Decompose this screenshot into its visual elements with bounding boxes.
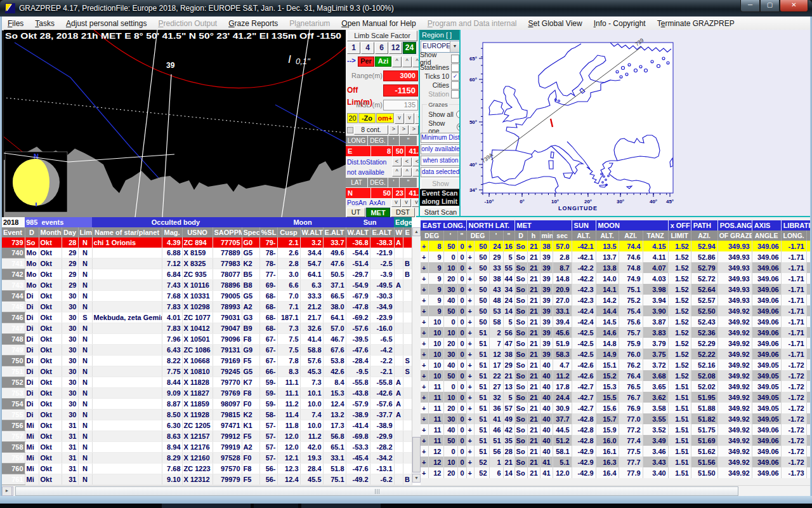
lat-deg-field[interactable]: 50 (371, 188, 392, 198)
table-row[interactable]: +10500+512221So214011.2-42.615.276.43.68… (421, 370, 810, 381)
column-header[interactable]: ' (443, 231, 457, 241)
perpendicular-button[interactable]: Per (358, 57, 374, 67)
scroll-right-icon[interactable]: ► (2, 486, 12, 496)
column-header[interactable]: LIMIT (668, 231, 691, 241)
scroll-down-icon[interactable]: ▼ (412, 474, 421, 483)
spinner-up-icon[interactable]: ^ (402, 57, 412, 67)
axan-link[interactable]: AxAn (369, 199, 391, 207)
column-header[interactable]: D (514, 231, 527, 241)
table-row[interactable]: 750DiOkt30N8.22X 1066879169F567-7.857.65… (2, 356, 412, 366)
table-row[interactable]: +8500+502416So213857.0-42.113.574.44.151… (421, 241, 810, 251)
column-header[interactable]: DEG (466, 231, 489, 241)
column-header[interactable]: W (394, 227, 403, 237)
column-header[interactable]: ALT. (572, 231, 596, 241)
link-minimum-dist-[interactable]: Minimum Dist. (421, 133, 461, 143)
scale-factor-button-6[interactable]: 6 (375, 42, 388, 54)
checkbox-statelines[interactable] (451, 64, 459, 72)
column-header[interactable]: ALT. (596, 231, 619, 241)
table-row[interactable]: 756MiOkt31N6.30ZC 120597471K157-11.810.0… (2, 420, 412, 431)
range-field[interactable]: 3000 (383, 70, 418, 81)
offlim-field[interactable]: -1150 (383, 84, 418, 97)
table-row[interactable]: +12200+52614So214112.0-42.916.477.93.401… (421, 467, 810, 478)
column-header[interactable]: E.ALT (370, 227, 394, 237)
scrollbar-thumb[interactable] (412, 437, 421, 472)
link-when-station[interactable]: when station (421, 156, 461, 166)
column-header[interactable]: sec (553, 231, 572, 241)
dist-to-station-link[interactable]: Dist.toStation (347, 157, 391, 166)
scale-factor-button-12[interactable]: 12 (389, 42, 402, 54)
checkbox-show-grid[interactable] (451, 55, 459, 63)
table-row[interactable]: 744DiOkt30N7.68X 1033179005G568-7.033.36… (2, 291, 412, 302)
column-header[interactable]: E.ALT (323, 227, 346, 237)
zoom-in-button[interactable]: om+ (376, 113, 394, 123)
table-row[interactable]: 740MoOkt29N6.88X 815977889G578-2.634.449… (2, 248, 412, 258)
spinner-right-icon[interactable]: > (399, 125, 409, 135)
long-min-field[interactable]: 50 (393, 146, 405, 156)
column-header[interactable]: D (25, 227, 39, 237)
ut-button[interactable]: UT (346, 208, 365, 217)
column-header[interactable]: Month (39, 227, 62, 237)
spinner-left-icon[interactable]: < (412, 157, 419, 166)
table-row[interactable]: 747DiOkt30N7.83X 1041279047B968-7.332.65… (2, 323, 412, 334)
limb-profile-panel[interactable]: N 39 I 0,1" So Okt 28, 2018 21h MET E 8°… (4, 30, 346, 217)
column-header[interactable]: AZI. (619, 231, 643, 241)
lat-min-field[interactable]: 23 (393, 188, 405, 198)
column-header[interactable]: W.ALT (346, 227, 370, 237)
table-row[interactable]: 751DiOkt30N7.75X 1081079245G566-8.345.34… (2, 366, 412, 377)
checkbox-cities[interactable] (451, 81, 459, 90)
column-header[interactable]: LA (806, 231, 810, 241)
azimuth-button[interactable]: Azi (375, 57, 391, 67)
table-row[interactable]: 739SoOkt28Nchi 1 Orionis4.39ZC 89477705G… (2, 237, 412, 248)
column-header[interactable]: Mag. (162, 227, 182, 237)
spinner-up-icon[interactable]: ^ (392, 168, 402, 177)
column-header[interactable]: ' (489, 231, 503, 241)
column-header[interactable]: AZI. (691, 231, 717, 241)
table-row[interactable]: +11100+51325So214024.4-42.715.576.73.621… (421, 392, 810, 403)
menu-terminate-grazprep[interactable]: Terminate GRAZPREP (652, 18, 740, 29)
chevron-down-icon[interactable]: ▼ (450, 41, 459, 52)
scale-factor-button-24[interactable]: 24 (403, 42, 416, 54)
events-vertical-scrollbar[interactable]: ▲ ▼ (412, 227, 421, 483)
zoom-out-button[interactable]: -Zo (358, 113, 376, 123)
table-row[interactable]: 758MiOkt31N8.94X 1217679919A257-12.042.0… (2, 442, 412, 453)
met-button[interactable]: MET (366, 208, 390, 217)
table-row[interactable]: 761MiOkt31N9.10X 1231279979F556-12.445.5… (2, 474, 412, 485)
table-row[interactable]: +9400+504824So213927.0-42.314.275.23.941… (421, 295, 810, 305)
table-row[interactable]: 755DiOkt30N8.50X 1192879815K258-11.47.41… (2, 410, 412, 420)
long-deg-field[interactable]: 8 (371, 146, 392, 156)
table-row[interactable]: 742MoOkt29N6.84ZC 93578077B577-3.064.150… (2, 269, 412, 280)
column-header[interactable]: " (503, 231, 514, 241)
table-row[interactable]: 760MiOkt31N7.68ZC 122397570F856-12.328.4… (2, 464, 412, 474)
menu-adjust-personal-settings[interactable]: Adjust personal settings (60, 18, 152, 29)
radio-show-all[interactable] (456, 110, 461, 118)
horizontal-scrollbar[interactable]: ◄ ► (2, 485, 810, 497)
long-sec-field[interactable]: 41.5 (405, 146, 419, 156)
table-row[interactable]: +900+50295So21392.8-42.113.774.64.111.52… (421, 251, 810, 262)
column-header[interactable]: Day (62, 227, 78, 237)
column-header[interactable]: Event (2, 227, 25, 237)
column-header[interactable]: ANGLE (752, 231, 781, 241)
column-header[interactable]: h (527, 231, 540, 241)
zoom-level-field[interactable]: 20 (347, 113, 358, 123)
spinner-right-icon[interactable]: > (409, 125, 419, 135)
column-header[interactable]: Cusp (277, 227, 300, 237)
column-header[interactable]: " (457, 231, 466, 241)
scrollbar-thumb[interactable] (15, 486, 738, 496)
menu-graze-reports[interactable]: Graze Reports (223, 18, 284, 29)
column-header[interactable]: W.ALT (300, 227, 323, 237)
column-header[interactable]: SAOPPM (213, 227, 242, 237)
menu-tasks[interactable]: Tasks (29, 18, 60, 29)
table-row[interactable]: 753DiOkt30N9.09X 1182779769F859-11.110.1… (2, 388, 412, 399)
table-row[interactable]: +11200+513657So214030.9-42.715.676.93.58… (421, 403, 810, 413)
table-row[interactable]: 757MiOkt31N8.63X 1215779912F557-12.011.2… (2, 431, 412, 442)
column-header[interactable]: OF GRAZE (717, 231, 752, 241)
table-row[interactable]: +10300+511238So213958.3-42.514.976.03.75… (421, 349, 810, 359)
table-row[interactable]: +11500+515135So214051.2-42.816.077.43.49… (421, 435, 810, 446)
dst-button[interactable]: DST (391, 208, 415, 217)
table-row[interactable]: +10400+511729So21404.7-42.615.176.23.721… (421, 359, 810, 370)
table-row[interactable]: 745DiOkt30N7.83X 1029878993A268-7.121.23… (2, 302, 412, 312)
table-row[interactable]: 748DiOkt30N7.96X 1050179096F867-7.541.44… (2, 334, 412, 345)
spinner-left-icon[interactable]: < (402, 157, 412, 166)
checkbox-ticks-10[interactable]: ✓ (451, 72, 459, 81)
column-header[interactable]: E (403, 227, 412, 237)
